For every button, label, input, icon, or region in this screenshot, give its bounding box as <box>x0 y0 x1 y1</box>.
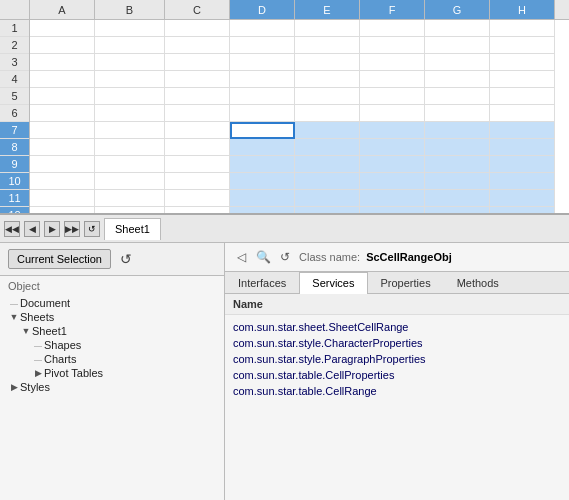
cell-g12[interactable] <box>425 207 490 215</box>
cell-b2[interactable] <box>95 37 165 54</box>
cell-h5[interactable] <box>490 88 555 105</box>
cell-g5[interactable] <box>425 88 490 105</box>
cell-d12[interactable] <box>230 207 295 215</box>
cell-d6[interactable] <box>230 105 295 122</box>
sheet1-tab[interactable]: Sheet1 <box>104 218 161 240</box>
sheet1-expander-icon[interactable]: ▼ <box>20 326 32 336</box>
cell-a8[interactable] <box>30 139 95 156</box>
cell-e7[interactable] <box>295 122 360 139</box>
cell-d8[interactable] <box>230 139 295 156</box>
tab-methods[interactable]: Methods <box>444 272 512 293</box>
col-header-b[interactable]: B <box>95 0 165 19</box>
cell-b7[interactable] <box>95 122 165 139</box>
tree-item-sheets[interactable]: ▼ Sheets <box>0 310 224 324</box>
cell-g3[interactable] <box>425 54 490 71</box>
tree-item-sheet1[interactable]: ▼ Sheet1 <box>0 324 224 338</box>
col-header-d[interactable]: D <box>230 0 295 19</box>
cell-h10[interactable] <box>490 173 555 190</box>
cell-e4[interactable] <box>295 71 360 88</box>
cell-h2[interactable] <box>490 37 555 54</box>
tab-services[interactable]: Services <box>299 272 367 294</box>
service-item-2[interactable]: com.sun.star.style.ParagraphProperties <box>233 351 561 367</box>
cell-a3[interactable] <box>30 54 95 71</box>
cell-f10[interactable] <box>360 173 425 190</box>
cell-d9[interactable] <box>230 156 295 173</box>
cell-f11[interactable] <box>360 190 425 207</box>
tree-item-charts[interactable]: — Charts <box>0 352 224 366</box>
service-item-3[interactable]: com.sun.star.table.CellProperties <box>233 367 561 383</box>
cell-b6[interactable] <box>95 105 165 122</box>
row-header-2[interactable]: 2 <box>0 37 29 54</box>
cell-b10[interactable] <box>95 173 165 190</box>
cell-f2[interactable] <box>360 37 425 54</box>
cell-g4[interactable] <box>425 71 490 88</box>
cell-f3[interactable] <box>360 54 425 71</box>
cell-a11[interactable] <box>30 190 95 207</box>
cell-b5[interactable] <box>95 88 165 105</box>
service-item-0[interactable]: com.sun.star.sheet.SheetCellRange <box>233 319 561 335</box>
cell-d4[interactable] <box>230 71 295 88</box>
cell-c7[interactable] <box>165 122 230 139</box>
cell-h6[interactable] <box>490 105 555 122</box>
current-selection-button[interactable]: Current Selection <box>8 249 111 269</box>
cell-d5[interactable] <box>230 88 295 105</box>
col-header-g[interactable]: G <box>425 0 490 19</box>
cell-h12[interactable] <box>490 207 555 215</box>
cell-c9[interactable] <box>165 156 230 173</box>
row-header-6[interactable]: 6 <box>0 105 29 122</box>
cell-a5[interactable] <box>30 88 95 105</box>
cell-g1[interactable] <box>425 20 490 37</box>
nav-first-btn[interactable]: ◀◀ <box>4 221 20 237</box>
cell-c3[interactable] <box>165 54 230 71</box>
row-header-3[interactable]: 3 <box>0 54 29 71</box>
cell-c6[interactable] <box>165 105 230 122</box>
sheets-expander-icon[interactable]: ▼ <box>8 312 20 322</box>
cell-b11[interactable] <box>95 190 165 207</box>
cell-c11[interactable] <box>165 190 230 207</box>
tab-properties[interactable]: Properties <box>368 272 444 293</box>
nav-last-btn[interactable]: ▶▶ <box>64 221 80 237</box>
cell-f6[interactable] <box>360 105 425 122</box>
search-icon[interactable]: 🔍 <box>255 249 271 265</box>
cell-e3[interactable] <box>295 54 360 71</box>
cell-c10[interactable] <box>165 173 230 190</box>
cell-g2[interactable] <box>425 37 490 54</box>
cell-f12[interactable] <box>360 207 425 215</box>
cell-c12[interactable] <box>165 207 230 215</box>
cell-f9[interactable] <box>360 156 425 173</box>
cell-b4[interactable] <box>95 71 165 88</box>
row-header-12[interactable]: 12 <box>0 207 29 215</box>
tree-item-pivot[interactable]: ▶ Pivot Tables <box>0 366 224 380</box>
row-header-1[interactable]: 1 <box>0 20 29 37</box>
cell-a7[interactable] <box>30 122 95 139</box>
cell-g9[interactable] <box>425 156 490 173</box>
cell-a10[interactable] <box>30 173 95 190</box>
cell-e5[interactable] <box>295 88 360 105</box>
cell-b3[interactable] <box>95 54 165 71</box>
cell-e1[interactable] <box>295 20 360 37</box>
cell-g7[interactable] <box>425 122 490 139</box>
cell-e6[interactable] <box>295 105 360 122</box>
cell-f7[interactable] <box>360 122 425 139</box>
col-header-h[interactable]: H <box>490 0 555 19</box>
row-header-9[interactable]: 9 <box>0 156 29 173</box>
cell-h9[interactable] <box>490 156 555 173</box>
cell-f8[interactable] <box>360 139 425 156</box>
row-header-7[interactable]: 7 <box>0 122 29 139</box>
cell-h3[interactable] <box>490 54 555 71</box>
cell-d1[interactable] <box>230 20 295 37</box>
tab-interfaces[interactable]: Interfaces <box>225 272 299 293</box>
cell-a4[interactable] <box>30 71 95 88</box>
cell-a6[interactable] <box>30 105 95 122</box>
cell-h7[interactable] <box>490 122 555 139</box>
cell-a12[interactable] <box>30 207 95 215</box>
tree-item-styles[interactable]: ▶ Styles <box>0 380 224 394</box>
cell-e10[interactable] <box>295 173 360 190</box>
cell-c1[interactable] <box>165 20 230 37</box>
col-header-a[interactable]: A <box>30 0 95 19</box>
nav-next-btn[interactable]: ▶ <box>44 221 60 237</box>
cell-e11[interactable] <box>295 190 360 207</box>
refresh-class-icon[interactable]: ↺ <box>277 249 293 265</box>
cell-a1[interactable] <box>30 20 95 37</box>
row-header-5[interactable]: 5 <box>0 88 29 105</box>
